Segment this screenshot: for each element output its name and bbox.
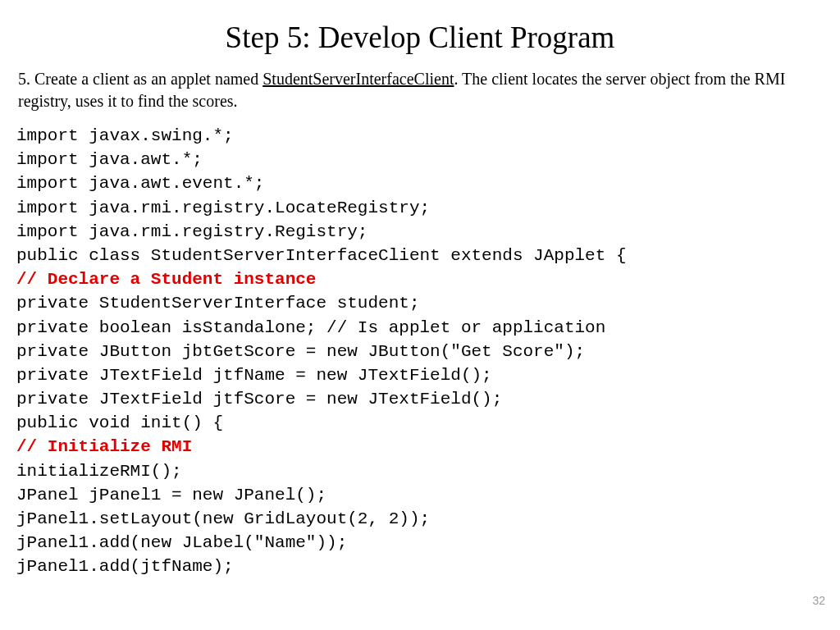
code-line: private JButton jbtGetScore = new JButto… (16, 342, 585, 361)
code-comment: // Declare a Student instance (16, 270, 316, 289)
code-comment: // Initialize RMI (16, 437, 192, 456)
class-name-link: StudentServerInterfaceClient (262, 70, 454, 88)
page-number: 32 (812, 594, 825, 607)
code-line: JPanel jPanel1 = new JPanel(); (16, 486, 326, 504)
slide-title: Step 5: Develop Client Program (16, 20, 824, 55)
code-line: import java.rmi.registry.Registry; (16, 222, 368, 241)
code-line: import java.awt.*; (16, 150, 203, 169)
code-line: public class StudentServerInterfaceClien… (16, 246, 627, 265)
code-line: import java.awt.event.*; (16, 174, 264, 193)
code-block: import javax.swing.*; import java.awt.*;… (16, 124, 824, 579)
code-line: private StudentServerInterface student; (16, 294, 419, 313)
code-line: private JTextField jtfScore = new JTextF… (16, 390, 502, 409)
code-line: private boolean isStandalone; // Is appl… (16, 318, 605, 337)
code-line: public void init() { (16, 413, 223, 432)
code-line: jPanel1.setLayout(new GridLayout(2, 2)); (16, 509, 430, 528)
instruction-prefix: 5. Create a client as an applet named (18, 70, 262, 88)
code-line: jPanel1.add(jtfName); (16, 557, 234, 576)
code-line: initializeRMI(); (16, 462, 182, 481)
instruction-text: 5. Create a client as an applet named St… (16, 68, 824, 112)
code-line: import java.rmi.registry.LocateRegistry; (16, 199, 430, 217)
code-line: import javax.swing.*; (16, 126, 234, 145)
code-line: jPanel1.add(new JLabel("Name")); (16, 533, 347, 552)
code-line: private JTextField jtfName = new JTextFi… (16, 366, 492, 385)
